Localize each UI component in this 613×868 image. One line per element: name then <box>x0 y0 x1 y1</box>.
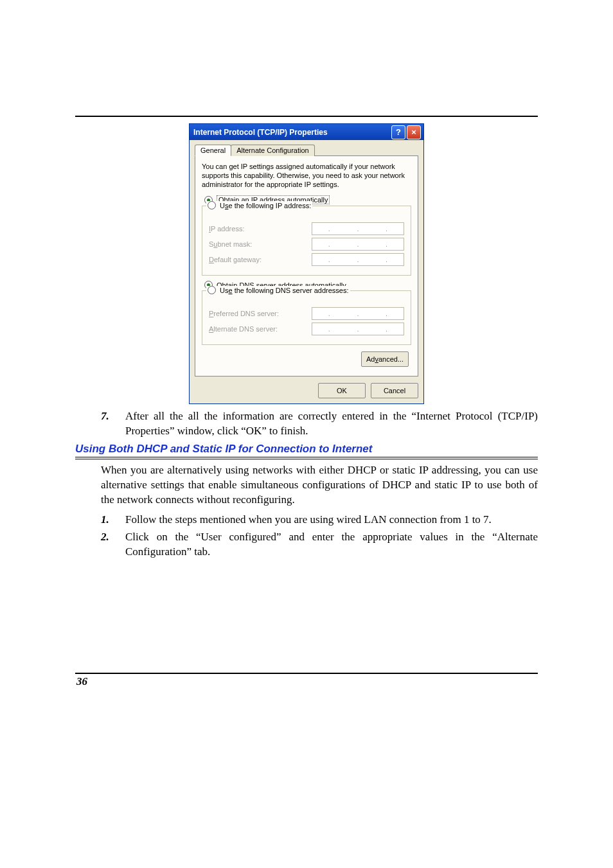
dns-group: Use the following DNS server addresses: … <box>202 290 411 345</box>
step-number-7: 7. <box>101 409 114 439</box>
ip-address-label: IP address: <box>209 225 305 233</box>
cancel-button[interactable]: Cancel <box>371 383 418 398</box>
radio-use-ip-label: Use the following IP address: <box>220 202 311 209</box>
step-text-7: After all the all the information are co… <box>125 409 538 439</box>
radio-use-dns[interactable] <box>208 286 216 294</box>
default-gateway-label: Default gateway: <box>209 256 305 263</box>
step-text-1: Follow the steps mentioned when you are … <box>125 513 538 527</box>
intro-text: You can get IP settings assigned automat… <box>202 163 411 189</box>
default-gateway-input[interactable] <box>312 253 404 266</box>
alternate-dns-input[interactable] <box>312 323 404 335</box>
section-divider <box>75 457 538 459</box>
ok-button[interactable]: OK <box>318 383 366 398</box>
radio-use-dns-label: Use the following DNS server addresses: <box>220 287 349 294</box>
step-text-2: Click on the “User configured” and enter… <box>125 530 538 560</box>
step-number-1: 1. <box>101 513 114 527</box>
preferred-dns-label: Preferred DNS server: <box>209 310 305 317</box>
tab-panel-general: You can get IP settings assigned automat… <box>195 155 418 376</box>
section-paragraph: When you are alternatively using network… <box>101 463 538 508</box>
section-heading: Using Both DHCP and Static IP for Connec… <box>75 443 538 456</box>
close-icon[interactable]: × <box>407 125 421 139</box>
radio-use-ip[interactable] <box>208 201 216 209</box>
advanced-button[interactable]: Advanced... <box>361 351 409 367</box>
page-number: 36 <box>76 675 538 688</box>
dialog-titlebar: Internet Protocol (TCP/IP) Properties ? … <box>190 124 423 140</box>
ip-address-input[interactable] <box>312 222 404 235</box>
alternate-dns-label: Alternate DNS server: <box>209 325 305 333</box>
step-number-2: 2. <box>101 530 114 560</box>
tab-general[interactable]: General <box>195 145 231 156</box>
dialog-title: Internet Protocol (TCP/IP) Properties <box>193 128 328 137</box>
help-icon[interactable]: ? <box>391 125 405 139</box>
preferred-dns-input[interactable] <box>312 307 404 320</box>
subnet-mask-label: Subnet mask: <box>209 240 305 248</box>
ip-address-group: Use the following IP address: IP address… <box>202 206 411 276</box>
tcpip-properties-dialog: Internet Protocol (TCP/IP) Properties ? … <box>189 123 424 404</box>
footer-divider <box>75 673 538 674</box>
tab-alternate-configuration[interactable]: Alternate Configuration <box>231 145 315 156</box>
subnet-mask-input[interactable] <box>312 238 404 251</box>
